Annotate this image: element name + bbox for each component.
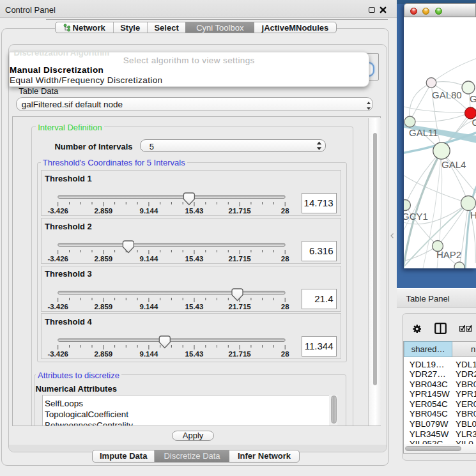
svg-text:15.43: 15.43 xyxy=(185,207,203,215)
svg-text:GAL: GAL xyxy=(470,93,476,104)
svg-text:15.43: 15.43 xyxy=(185,303,203,311)
svg-text:-3.426: -3.426 xyxy=(47,207,68,215)
svg-text:-3.426: -3.426 xyxy=(47,255,68,263)
svg-text:9.144: 9.144 xyxy=(139,207,158,215)
svg-text:2.859: 2.859 xyxy=(94,303,112,311)
svg-text:15.43: 15.43 xyxy=(185,350,203,358)
svg-text:2.859: 2.859 xyxy=(94,207,112,215)
svg-text:21.715: 21.715 xyxy=(228,207,251,215)
svg-text:2.859: 2.859 xyxy=(94,255,112,263)
svg-text:GAL4: GAL4 xyxy=(441,159,466,170)
svg-text:GCY1: GCY1 xyxy=(404,211,428,222)
svg-text:21.715: 21.715 xyxy=(228,303,251,311)
svg-text:9.144: 9.144 xyxy=(139,350,158,358)
svg-text:21.715: 21.715 xyxy=(228,350,251,358)
svg-text:GAL80: GAL80 xyxy=(432,89,462,100)
svg-text:21.715: 21.715 xyxy=(228,255,251,263)
svg-text:15.43: 15.43 xyxy=(185,255,203,263)
svg-text:GA: GA xyxy=(472,117,476,128)
svg-text:28: 28 xyxy=(280,350,289,358)
svg-text:9.144: 9.144 xyxy=(139,255,158,263)
svg-text:-3.426: -3.426 xyxy=(47,350,68,358)
svg-text:28: 28 xyxy=(280,303,289,311)
svg-text:HAP2: HAP2 xyxy=(436,249,461,260)
svg-text:28: 28 xyxy=(280,255,289,263)
svg-text:28: 28 xyxy=(280,207,289,215)
svg-text:2.859: 2.859 xyxy=(94,350,112,358)
svg-text:GAL11: GAL11 xyxy=(409,127,438,138)
svg-text:-3.426: -3.426 xyxy=(47,303,68,311)
svg-text:9.144: 9.144 xyxy=(139,303,158,311)
svg-text:HIS: HIS xyxy=(470,210,476,220)
